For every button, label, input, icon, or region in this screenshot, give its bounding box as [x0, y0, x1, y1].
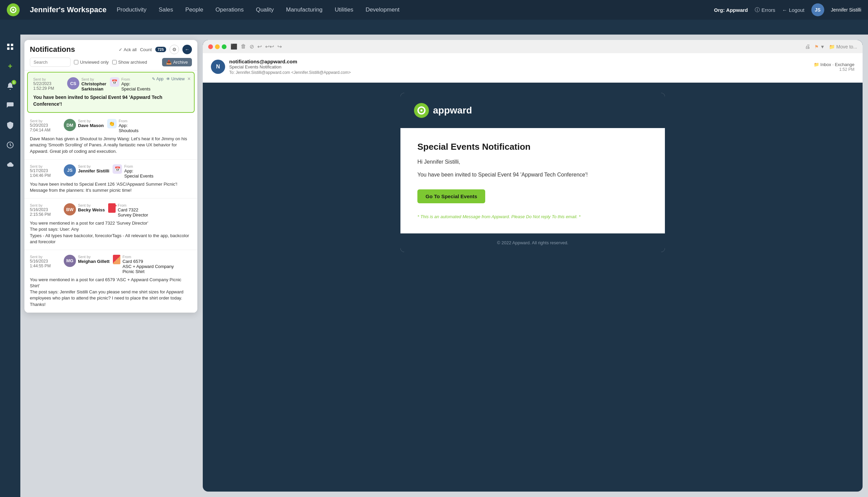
back-button[interactable]: ←	[182, 45, 192, 54]
app-action-link[interactable]: ✎ App	[152, 76, 163, 82]
app-logo[interactable]	[7, 3, 20, 16]
notification-item[interactable]: Sent by 5/17/20231:04:46 PM JS Sent by J…	[24, 159, 197, 199]
sidebar-item-notifications[interactable]: 1	[3, 79, 17, 93]
minimize-dot[interactable]	[215, 44, 220, 49]
spam-icon[interactable]: ⊘	[250, 43, 254, 50]
notification-count: 725	[155, 47, 166, 52]
ack-all-button[interactable]: ✓ Ack all	[119, 47, 137, 52]
notification-item[interactable]: ✎ App 👁 Unview × Sent by 5/22/20231:52:2…	[27, 72, 195, 113]
secondary-bar	[0, 20, 868, 34]
notification-item[interactable]: Sent by 5/20/20237:04:14 AM DM Sent by D…	[24, 114, 197, 159]
email-body-header: appward	[400, 93, 665, 128]
email-body-content: Special Events Notification Hi Jennifer …	[400, 128, 665, 233]
maximize-dot[interactable]	[222, 44, 226, 49]
notification-header: Notifications ✓ Ack all Count 725 ⚙ ← Un…	[24, 40, 197, 70]
left-sidebar: + 1	[0, 34, 20, 497]
notification-actions: ✓ Ack all Count 725 ⚙ ←	[119, 45, 192, 54]
notif-item-meta: Sent by 5/20/20237:04:14 AM DM Sent by D…	[30, 119, 192, 133]
sender-avatar: DM	[64, 119, 76, 131]
notification-item[interactable]: Sent by 5/16/20232:15:56 PM BW Sent by B…	[24, 199, 197, 250]
email-from-info: notifications@appward.com Special Events…	[229, 59, 810, 75]
errors-button[interactable]: ⓘ Errors	[755, 7, 775, 13]
email-header: N notifications@appward.com Special Even…	[203, 53, 863, 83]
print-icon[interactable]: 🖨	[805, 44, 810, 50]
notification-title: Notifications	[30, 45, 75, 54]
menu-operations[interactable]: Operations	[216, 6, 244, 13]
email-footer: © 2022 Appward. All rights reserved.	[400, 233, 665, 252]
notification-body: You were mentioned in a post for card 65…	[30, 277, 192, 308]
menu-development[interactable]: Development	[366, 6, 399, 13]
notification-body: Dave Mason has given a Shoutout to Jimmy…	[30, 136, 192, 155]
settings-button[interactable]: ⚙	[169, 45, 179, 54]
sidebar-item-add[interactable]: +	[3, 60, 17, 73]
reply-all-icon[interactable]: ↩↩	[265, 43, 274, 50]
svg-point-8	[421, 110, 423, 112]
close-notification-button[interactable]: ×	[188, 76, 191, 82]
browser-bar: ⬛ 🗑 ⊘ ↩ ↩↩ ↪ 🖨 ⚑ ▼ 📁 Move to...	[203, 40, 863, 53]
main-area: + 1	[0, 34, 868, 497]
app-icon: 📅	[110, 77, 119, 87]
search-input[interactable]	[30, 58, 70, 67]
notification-item-actions: ✎ App 👁 Unview ×	[152, 76, 191, 82]
email-footer-text: © 2022 Appward. All rights reserved.	[414, 240, 651, 245]
svg-point-1	[12, 9, 14, 11]
app-icon: 📅	[113, 164, 122, 174]
sender-avatar: BW	[64, 203, 76, 215]
show-archived-checkbox[interactable]: Show archived	[112, 60, 147, 65]
menu-productivity[interactable]: Productivity	[116, 6, 147, 13]
unview-action-link[interactable]: 👁 Unview	[166, 76, 184, 82]
sender-avatar: CS	[67, 77, 79, 89]
email-body-card: appward Special Events Notification Hi J…	[400, 93, 665, 252]
forward-icon[interactable]: ↪	[277, 43, 282, 50]
appward-logo	[414, 103, 429, 118]
appward-logo-text: appward	[433, 105, 472, 116]
notif-item-meta: Sent by 5/16/20232:15:56 PM BW Sent by B…	[30, 203, 192, 217]
archive-button[interactable]: 📥 Archive	[162, 58, 192, 67]
notification-item[interactable]: Sent by 5/16/20231:44:55 PM MG Sent by M…	[24, 250, 197, 313]
browser-dots	[208, 44, 226, 49]
email-subject: Special Events Notification	[229, 65, 810, 69]
menu-utilities[interactable]: Utilities	[335, 6, 353, 13]
notif-item-meta: Sent by 5/16/20231:44:55 PM MG Sent by M…	[30, 255, 192, 274]
email-body-title: Special Events Notification	[417, 142, 648, 152]
card-icon	[113, 255, 120, 264]
notification-badge: 1	[12, 80, 16, 85]
trash-icon[interactable]: 🗑	[241, 43, 246, 50]
notification-panel: Notifications ✓ Ack all Count 725 ⚙ ← Un…	[24, 40, 197, 313]
automated-note: * This is an automated Message from Appw…	[417, 213, 648, 220]
sidebar-item-clock[interactable]	[3, 138, 17, 152]
notification-list: ✎ App 👁 Unview × Sent by 5/22/20231:52:2…	[24, 70, 197, 313]
menu-quality[interactable]: Quality	[256, 6, 274, 13]
menu-manufacturing[interactable]: Manufacturing	[286, 6, 323, 13]
notif-item-meta: Sent by 5/17/20231:04:46 PM JS Sent by J…	[30, 164, 192, 179]
sender-avatar: JS	[64, 164, 76, 176]
svg-rect-3	[11, 44, 13, 46]
flag-button[interactable]: ⚑ ▼	[814, 44, 825, 49]
email-from-row: N notifications@appward.com Special Even…	[211, 59, 854, 75]
reply-icon[interactable]: ↩	[257, 43, 262, 50]
svg-rect-4	[7, 47, 10, 50]
logout-button[interactable]: ← Logout	[782, 7, 804, 13]
close-dot[interactable]	[208, 44, 213, 49]
sidebar-item-grid[interactable]	[3, 40, 17, 54]
username-label: Jennifer Sistilli	[831, 7, 861, 13]
notification-title-row: Notifications ✓ Ack all Count 725 ⚙ ←	[30, 45, 192, 54]
notification-filter-row: Unviewed only Show archived 📥 Archive	[30, 58, 192, 67]
svg-rect-5	[11, 47, 13, 50]
archive-icon[interactable]: ⬛	[231, 43, 237, 50]
sidebar-item-activity[interactable]	[3, 118, 17, 132]
sidebar-item-cloud[interactable]	[3, 158, 17, 171]
app-icon: 👏	[107, 119, 116, 128]
menu-people[interactable]: People	[185, 6, 204, 13]
move-to-button[interactable]: 📁 Move to...	[829, 44, 857, 49]
menu-sales[interactable]: Sales	[159, 6, 173, 13]
user-avatar[interactable]: JS	[811, 3, 824, 16]
email-body-container: appward Special Events Notification Hi J…	[203, 83, 863, 492]
email-panel: ⬛ 🗑 ⊘ ↩ ↩↩ ↪ 🖨 ⚑ ▼ 📁 Move to... N	[203, 40, 863, 492]
top-navigation: Jennifer's Workspace Productivity Sales …	[0, 0, 868, 20]
go-to-special-events-button[interactable]: Go To Special Events	[417, 189, 485, 203]
sidebar-item-chat[interactable]	[3, 99, 17, 113]
topnav-right-section: Org: Appward ⓘ Errors ← Logout JS Jennif…	[714, 3, 861, 16]
unviewed-only-checkbox[interactable]: Unviewed only	[74, 60, 109, 65]
sender-avatar: MG	[64, 255, 76, 267]
